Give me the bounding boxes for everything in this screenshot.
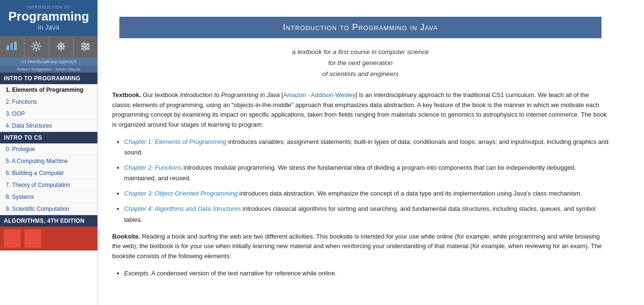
nav-section-header: Algorithms, 4th Edition	[0, 215, 97, 227]
tagline-line3: of scientists and engineers	[322, 70, 399, 77]
svg-rect-1	[11, 43, 13, 50]
nav-item-a-computing-machine[interactable]: 5. A Computing Machine	[0, 155, 97, 167]
icon-snowflake	[49, 36, 74, 57]
chapter-4-link[interactable]: Chapter 4: Algorithms and Data Structure…	[124, 205, 241, 212]
nav-item-data-structures[interactable]: 4. Data Structures	[0, 120, 97, 132]
textbook-label: Textbook.	[112, 91, 141, 98]
chapter-list: Chapter 1: Elements of Programming intro…	[124, 137, 609, 225]
chapter-1-link[interactable]: Chapter 1: Elements of Programming	[124, 138, 227, 145]
book-title-java: in Java	[5, 23, 93, 31]
nav-item-theory-of-computation[interactable]: 7. Theory of Computation	[0, 179, 97, 191]
algorithms-book-cover	[0, 227, 97, 251]
nav-container: Intro to Programming1. Elements of Progr…	[0, 73, 97, 227]
chapter-4-item: Chapter 4: Algorithms and Data Structure…	[124, 204, 609, 225]
link-addison[interactable]: Addison-Wesley	[311, 91, 356, 98]
chapter-2-link[interactable]: Chapter 2: Functions	[124, 164, 182, 171]
tagline-line2: for the next generation	[328, 59, 392, 66]
nav-item-systems[interactable]: 8. Systems	[0, 191, 97, 203]
excerpts-label: Excerpts.	[124, 270, 150, 277]
nav-item-prologue[interactable]: 0. Prologue	[0, 143, 97, 155]
textbook-section: Textbook. Our textbook Introduction to P…	[112, 90, 609, 130]
booksite-section: Booksite. Reading a book and surfing the…	[112, 232, 609, 261]
page-header: Introduction to Programming in Java	[119, 17, 602, 38]
book-icons-row	[0, 36, 97, 57]
book-subtitle: An Interdisciplinary Approach	[0, 57, 97, 66]
nav-item-functions[interactable]: 2. Functions	[0, 96, 97, 108]
icon-chart	[0, 36, 24, 57]
excerpts-desc: A condensed version of the text narrativ…	[151, 270, 337, 277]
tagline: a textbook for a first course in compute…	[112, 47, 609, 80]
svg-point-10	[86, 45, 88, 48]
main-content-area: Introduction to Programming in Java a te…	[98, 0, 644, 305]
icon-settings	[74, 36, 97, 57]
book-title-programming: Programming	[5, 10, 93, 23]
tagline-line1: a textbook for a first course in compute…	[292, 48, 429, 55]
textbook-book-title: Introduction to Programming in Java	[180, 91, 280, 98]
link-amazon[interactable]: Amazon	[283, 91, 306, 98]
nav-section-header: Intro to Programming	[0, 73, 97, 84]
link-sep: ·	[306, 91, 311, 98]
chapter-3-link[interactable]: Chapter 3: Object-Oriented Programming	[124, 190, 238, 197]
book-cover: INTRODUCTION TO Programming in Java	[0, 0, 97, 36]
svg-point-3	[34, 44, 38, 48]
page-title: Introduction to Programming in Java	[283, 22, 438, 32]
nav-section-header: Intro to CS	[0, 132, 97, 143]
chapter-3-desc: introduces data abstraction. We emphasiz…	[239, 190, 582, 197]
icon-gear	[24, 36, 49, 57]
svg-point-11	[83, 48, 85, 50]
textbook-intro: Our textbook	[143, 91, 180, 98]
booksite-item-excerpts: Excerpts. A condensed version of the tex…	[124, 268, 609, 279]
svg-rect-0	[7, 45, 9, 50]
svg-point-9	[82, 43, 84, 45]
nav-item-scientific-computation[interactable]: 9. Scientific Computation	[0, 203, 97, 215]
nav-item-oop[interactable]: 3. OOP	[0, 108, 97, 120]
chapter-2-item: Chapter 2: Functions introduces modular …	[124, 163, 609, 184]
book-authors: Robert Sedgewick · Kevin Wayne	[0, 66, 97, 73]
chapter-1-item: Chapter 1: Elements of Programming intro…	[124, 137, 609, 158]
nav-item-elements-of-programming[interactable]: 1. Elements of Programming	[0, 84, 97, 96]
chapter-3-item: Chapter 3: Object-Oriented Programming i…	[124, 188, 609, 199]
svg-rect-2	[14, 42, 17, 50]
booksite-list: Excerpts. A condensed version of the tex…	[124, 268, 609, 279]
booksite-body: Reading a book and surfing the web are t…	[112, 233, 602, 260]
textbook-bracket-close: ]	[356, 91, 358, 98]
sidebar: INTRODUCTION TO Programming in Java	[0, 0, 98, 305]
nav-item-building-a-computer[interactable]: 6. Building a Computer	[0, 167, 97, 179]
booksite-label: Booksite.	[112, 233, 140, 240]
chapter-2-desc: introduces modular programming. We stres…	[124, 164, 576, 182]
